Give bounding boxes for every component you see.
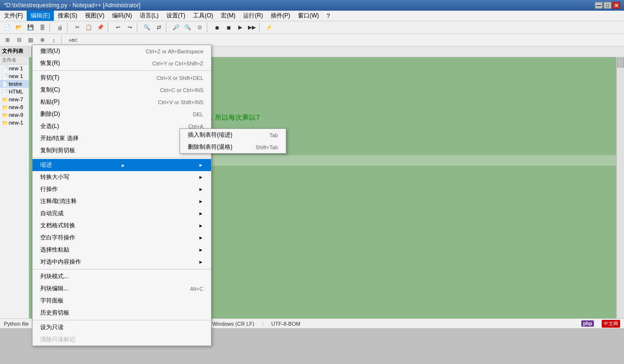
menu-coledit[interactable]: 列块编辑... Alt+C <box>33 283 211 295</box>
tb-new[interactable]: 📄 <box>2 23 13 32</box>
tb-sep1 <box>49 23 52 32</box>
menu-charpanel[interactable]: 字符面板 <box>33 295 211 307</box>
menu-cliphistory[interactable]: 历史剪切板 <box>33 307 211 319</box>
tb-copy[interactable]: 📋 <box>83 23 94 32</box>
sidebar-item-new1a[interactable]: 📄 new 1 <box>0 64 29 72</box>
close-button[interactable]: ✕ <box>612 2 620 9</box>
menu-pastespecial-label: 选择性粘贴 <box>40 246 69 254</box>
tb-restore-zoom[interactable]: ⊙ <box>194 23 205 32</box>
menu-delete[interactable]: 删除(D) DEL <box>33 108 211 120</box>
menu-redo-shortcut: Ctrl+Y or Ctrl+Shift+Z <box>152 61 203 66</box>
tb2-btn1[interactable]: ⊞ <box>2 35 13 45</box>
menu-comment[interactable]: 注释/取消注释 <box>33 195 211 207</box>
scrollbar-vertical[interactable] <box>616 57 624 318</box>
tb-cut[interactable]: ✂ <box>72 23 82 32</box>
folder-icon: 📁 <box>2 112 8 118</box>
menu-changecase[interactable]: 转换大小写 <box>33 171 211 183</box>
menu-eolformat-label: 文档格式转换 <box>40 222 75 230</box>
tb2-btn5[interactable]: ↕ <box>49 35 59 45</box>
tb-save[interactable]: 💾 <box>25 23 36 32</box>
submenu-delete-tab-shortcut: Shift+Tab <box>256 144 278 150</box>
sidebar-item-new9[interactable]: 📁 new-9 <box>0 111 29 119</box>
submenu-delete-tab[interactable]: 删除制表符(退格) Shift+Tab <box>180 141 286 153</box>
tb-run[interactable]: ⚡ <box>264 23 275 32</box>
menu-plugins[interactable]: 插件(P) <box>267 11 294 21</box>
status-sep4: | <box>262 321 263 327</box>
status-eol: Windows (CR LF) <box>212 321 254 327</box>
tb-saveall[interactable]: 🗄 <box>37 23 48 32</box>
menu-charpaanel-label: 字符面板 <box>40 297 64 305</box>
sidebar-item-new7[interactable]: 📁 new-7 <box>0 95 29 103</box>
sidebar-item-testre[interactable]: 📄 testre <box>0 80 29 88</box>
menu-delete-shortcut: DEL <box>193 111 203 117</box>
title-text: *D:\txt\testrequestimg.py - Notepad++ [A… <box>4 2 594 9</box>
tb2-btn2[interactable]: ⊟ <box>14 35 24 45</box>
edit-dropdown-menu: 撤消(U) Ctrl+Z or Alt+Backspace 恢复(R) Ctrl… <box>32 45 212 346</box>
menu-indent[interactable]: 缩进 ► <box>33 159 211 171</box>
menu-paste-label: 粘贴(P) <box>40 98 60 106</box>
sidebar-item-html[interactable]: 📄 HTML <box>0 88 29 95</box>
menu-help[interactable]: ? <box>323 11 334 21</box>
minimize-button[interactable]: — <box>595 2 603 9</box>
tb-open[interactable]: 📂 <box>14 23 24 32</box>
tb2-btn3[interactable]: ▤ <box>25 35 36 45</box>
menu-sep4 <box>33 320 211 320</box>
tb-replace[interactable]: ⇄ <box>153 23 164 32</box>
menu-encoding[interactable]: 编码(N) <box>108 11 136 21</box>
menu-tools[interactable]: 工具(O) <box>189 11 217 21</box>
menu-columnmode-label: 列块模式... <box>40 272 68 281</box>
menu-autocomplete[interactable]: 自动完成 <box>33 207 211 220</box>
scroll-thumb[interactable] <box>617 58 624 67</box>
tb2-abc[interactable]: ABC <box>66 35 81 45</box>
menu-cut[interactable]: 剪切(T) Ctrl+X or Shift+DEL <box>33 72 211 84</box>
sidebar-item-new8[interactable]: 📁 new-8 <box>0 103 29 111</box>
tb-stop[interactable]: ⏹ <box>223 23 234 32</box>
menu-paste[interactable]: 粘贴(P) Ctrl+V or Shift+INS <box>33 96 211 108</box>
sidebar-item-new1b[interactable]: 📄 new 1 <box>0 72 29 80</box>
menu-macro[interactable]: 宏(M) <box>217 11 239 21</box>
menu-blankops[interactable]: 空白字符操作 <box>33 232 211 244</box>
menu-edit[interactable]: 编辑(E) <box>27 11 54 21</box>
menu-cut-shortcut: Ctrl+X or Shift+DEL <box>156 75 203 81</box>
menu-copy[interactable]: 复制(C) Ctrl+C or Ctrl+INS <box>33 84 211 96</box>
menu-delete-label: 删除(D) <box>40 110 60 118</box>
status-filetype: Python file <box>4 321 29 327</box>
menu-columnmode[interactable]: 列块模式... <box>33 270 211 283</box>
tb-playall[interactable]: ▶▶ <box>246 23 257 32</box>
menu-sep2 <box>33 158 211 158</box>
maximize-button[interactable]: □ <box>604 2 611 9</box>
menu-pastespecial[interactable]: 选择性粘贴 <box>33 244 211 256</box>
menu-language[interactable]: 语言(L) <box>136 11 163 21</box>
menu-file[interactable]: 文件(F) <box>0 11 27 21</box>
tb2-btn4[interactable]: ⊕ <box>37 35 48 45</box>
tb-print[interactable]: 🖨 <box>54 23 65 32</box>
submenu-insert-tab[interactable]: 插入制表符(缩进) Tab <box>180 129 286 141</box>
menu-window[interactable]: 窗口(W) <box>294 11 323 21</box>
menu-run[interactable]: 运行(R) <box>239 11 267 21</box>
menu-readonly-label: 设为只读 <box>40 323 64 332</box>
menu-coledit-shortcut: Alt+C <box>190 286 203 292</box>
menu-undo[interactable]: 撤消(U) Ctrl+Z or Alt+Backspace <box>33 45 211 57</box>
tb-record[interactable]: ⏺ <box>212 23 222 32</box>
tb-find[interactable]: 🔍 <box>142 23 152 32</box>
menu-eolformat[interactable]: 文档格式转换 <box>33 220 211 232</box>
tb-play[interactable]: ▶ <box>235 23 246 32</box>
menu-lineops[interactable]: 行操作 <box>33 183 211 195</box>
indent-submenu: 插入制表符(缩进) Tab 删除制表符(退格) Shift+Tab <box>180 128 286 154</box>
sidebar-item-new1c[interactable]: 📁 new-1 <box>0 119 29 127</box>
tb-zoom-in[interactable]: 🔎 <box>171 23 181 32</box>
menu-search[interactable]: 搜索(S) <box>54 11 81 21</box>
tb-paste[interactable]: 📌 <box>95 23 106 32</box>
tb-sep6 <box>207 23 210 32</box>
menu-settings[interactable]: 设置(T) <box>163 11 189 21</box>
menu-readonly[interactable]: 设为只读 <box>33 321 211 333</box>
tb-undo[interactable]: ↩ <box>113 23 123 32</box>
status-encoding: UTF-8-BOM <box>271 321 300 327</box>
menu-redo[interactable]: 恢复(R) Ctrl+Y or Ctrl+Shift+Z <box>33 57 211 69</box>
tb-zoom-out[interactable]: 🔍 <box>182 23 193 32</box>
tb-redo[interactable]: ↪ <box>124 23 135 32</box>
menu-colops[interactable]: 对选中内容操作 <box>33 256 211 268</box>
menu-view[interactable]: 视图(V) <box>81 11 108 21</box>
file-icon: 📄 <box>2 66 8 71</box>
menu-clearreadonly[interactable]: 清除只读标记 <box>33 333 211 346</box>
